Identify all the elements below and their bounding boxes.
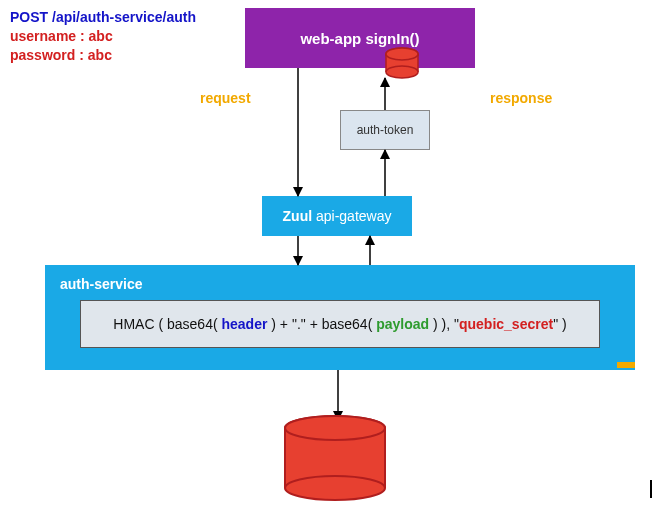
mongodb-title: MongoDB xyxy=(296,450,353,465)
webapp-label: web-app signIn() xyxy=(300,30,419,47)
webapp-box: web-app signIn() xyxy=(245,8,475,68)
api-username-line: username : abc xyxy=(10,27,240,46)
api-password-line: password : abc xyxy=(10,46,240,65)
zuul-label: Zuul api-gateway xyxy=(283,208,392,224)
api-endpoint-line: POST /api/auth-service/auth xyxy=(10,8,240,27)
svg-point-7 xyxy=(285,416,385,440)
api-request-info: POST /api/auth-service/auth username : a… xyxy=(10,8,240,65)
auth-token-label: auth-token xyxy=(357,123,414,137)
zuul-gateway-box: Zuul api-gateway xyxy=(262,196,412,236)
svg-point-4 xyxy=(285,416,385,440)
hmac-formula-box: HMAC ( base64( header ) + "." + base64( … xyxy=(80,300,600,348)
request-label: request xyxy=(200,90,251,106)
diagram-connectors xyxy=(0,0,663,510)
mongodb-box: MongoDB User,Role, Permission xyxy=(290,447,385,497)
auth-service-label: auth-service xyxy=(60,276,142,292)
response-label: response xyxy=(490,90,552,106)
text-cursor xyxy=(650,480,652,498)
mongodb-subtitle: User,Role, Permission xyxy=(296,465,355,495)
hmac-formula: HMAC ( base64( header ) + "." + base64( … xyxy=(113,316,566,332)
auth-token-box: auth-token xyxy=(340,110,430,150)
